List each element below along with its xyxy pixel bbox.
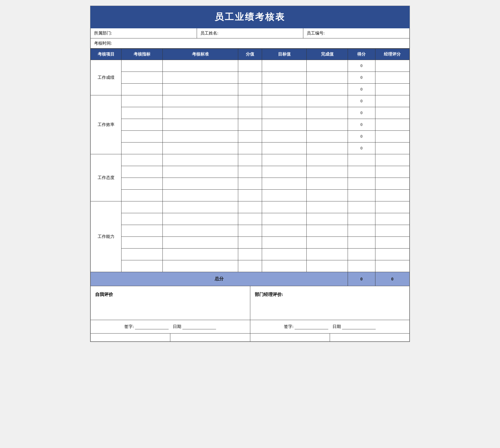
manager-cell[interactable] xyxy=(375,143,409,154)
manager-cell[interactable] xyxy=(375,166,409,178)
get-cell[interactable] xyxy=(348,213,375,225)
complete-cell[interactable] xyxy=(307,213,348,225)
complete-cell[interactable] xyxy=(307,119,348,131)
complete-cell[interactable] xyxy=(307,201,348,213)
indicator-cell[interactable] xyxy=(121,260,163,272)
standard-cell[interactable] xyxy=(162,72,238,84)
score-cell[interactable] xyxy=(238,213,262,225)
get-cell[interactable] xyxy=(348,225,375,237)
manager-cell[interactable] xyxy=(375,131,409,143)
target-cell[interactable] xyxy=(262,143,307,154)
standard-cell[interactable] xyxy=(162,178,238,190)
score-cell[interactable] xyxy=(238,60,262,72)
target-cell[interactable] xyxy=(262,119,307,131)
standard-cell[interactable] xyxy=(162,95,238,107)
get-cell[interactable]: 0 xyxy=(348,143,375,154)
complete-cell[interactable] xyxy=(307,237,348,249)
score-cell[interactable] xyxy=(238,178,262,190)
target-cell[interactable] xyxy=(262,154,307,166)
score-cell[interactable] xyxy=(238,154,262,166)
target-cell[interactable] xyxy=(262,95,307,107)
indicator-cell[interactable] xyxy=(121,225,163,237)
complete-cell[interactable] xyxy=(307,95,348,107)
score-cell[interactable] xyxy=(238,260,262,272)
target-cell[interactable] xyxy=(262,166,307,178)
manager-cell[interactable] xyxy=(375,201,409,213)
standard-cell[interactable] xyxy=(162,119,238,131)
indicator-cell[interactable] xyxy=(121,95,163,107)
score-cell[interactable] xyxy=(238,131,262,143)
complete-cell[interactable] xyxy=(307,166,348,178)
standard-cell[interactable] xyxy=(162,154,238,166)
complete-cell[interactable] xyxy=(307,107,348,119)
target-cell[interactable] xyxy=(262,249,307,260)
target-cell[interactable] xyxy=(262,178,307,190)
manager-cell[interactable] xyxy=(375,190,409,201)
manager-cell[interactable] xyxy=(375,95,409,107)
score-cell[interactable] xyxy=(238,95,262,107)
score-cell[interactable] xyxy=(238,166,262,178)
standard-cell[interactable] xyxy=(162,107,238,119)
standard-cell[interactable] xyxy=(162,237,238,249)
standard-cell[interactable] xyxy=(162,260,238,272)
get-cell[interactable] xyxy=(348,178,375,190)
get-cell[interactable]: 0 xyxy=(348,131,375,143)
indicator-cell[interactable] xyxy=(121,107,163,119)
manager-cell[interactable] xyxy=(375,237,409,249)
complete-cell[interactable] xyxy=(307,178,348,190)
date-right-value[interactable] xyxy=(342,324,376,329)
target-cell[interactable] xyxy=(262,107,307,119)
complete-cell[interactable] xyxy=(307,72,348,84)
indicator-cell[interactable] xyxy=(121,201,163,213)
get-cell[interactable] xyxy=(348,154,375,166)
indicator-cell[interactable] xyxy=(121,119,163,131)
manager-cell[interactable] xyxy=(375,249,409,260)
target-cell[interactable] xyxy=(262,190,307,201)
indicator-cell[interactable] xyxy=(121,178,163,190)
target-cell[interactable] xyxy=(262,260,307,272)
standard-cell[interactable] xyxy=(162,225,238,237)
get-cell[interactable] xyxy=(348,249,375,260)
manager-cell[interactable] xyxy=(375,178,409,190)
get-cell[interactable] xyxy=(348,166,375,178)
manager-cell[interactable] xyxy=(375,154,409,166)
manager-cell[interactable] xyxy=(375,72,409,84)
score-cell[interactable] xyxy=(238,107,262,119)
score-cell[interactable] xyxy=(238,225,262,237)
complete-cell[interactable] xyxy=(307,84,348,95)
complete-cell[interactable] xyxy=(307,131,348,143)
get-cell[interactable] xyxy=(348,237,375,249)
complete-cell[interactable] xyxy=(307,190,348,201)
target-cell[interactable] xyxy=(262,237,307,249)
manager-cell[interactable] xyxy=(375,60,409,72)
score-cell[interactable] xyxy=(238,143,262,154)
standard-cell[interactable] xyxy=(162,166,238,178)
indicator-cell[interactable] xyxy=(121,60,163,72)
get-cell[interactable]: 0 xyxy=(348,72,375,84)
manager-cell[interactable] xyxy=(375,119,409,131)
manager-cell[interactable] xyxy=(375,107,409,119)
target-cell[interactable] xyxy=(262,225,307,237)
get-cell[interactable]: 0 xyxy=(348,95,375,107)
complete-cell[interactable] xyxy=(307,60,348,72)
complete-cell[interactable] xyxy=(307,154,348,166)
complete-cell[interactable] xyxy=(307,225,348,237)
get-cell[interactable]: 0 xyxy=(348,60,375,72)
indicator-cell[interactable] xyxy=(121,72,163,84)
complete-cell[interactable] xyxy=(307,249,348,260)
score-cell[interactable] xyxy=(238,237,262,249)
indicator-cell[interactable] xyxy=(121,84,163,95)
indicator-cell[interactable] xyxy=(121,154,163,166)
target-cell[interactable] xyxy=(262,72,307,84)
standard-cell[interactable] xyxy=(162,131,238,143)
manager-cell[interactable] xyxy=(375,225,409,237)
target-cell[interactable] xyxy=(262,84,307,95)
target-cell[interactable] xyxy=(262,131,307,143)
indicator-cell[interactable] xyxy=(121,166,163,178)
indicator-cell[interactable] xyxy=(121,237,163,249)
score-cell[interactable] xyxy=(238,201,262,213)
score-cell[interactable] xyxy=(238,119,262,131)
manager-cell[interactable] xyxy=(375,84,409,95)
manager-cell[interactable] xyxy=(375,260,409,272)
indicator-cell[interactable] xyxy=(121,131,163,143)
